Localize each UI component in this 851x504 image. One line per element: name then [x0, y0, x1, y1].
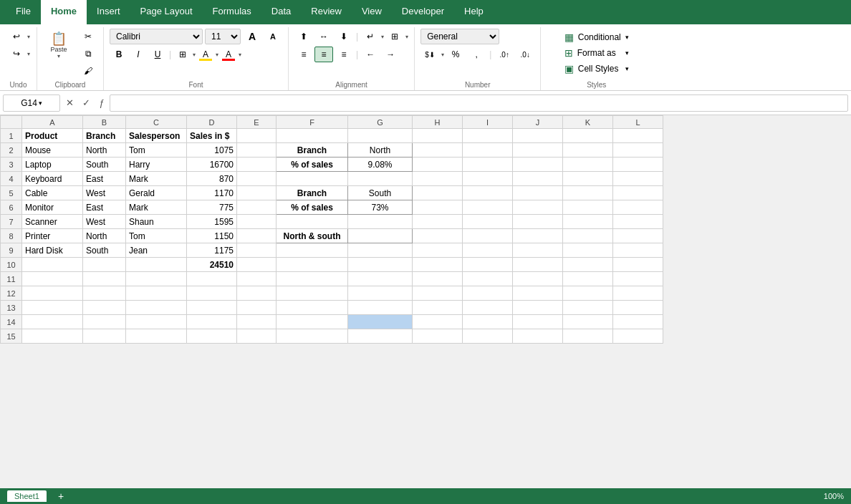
format-as-dropdown-icon[interactable]: ▾ [625, 49, 629, 57]
cell-A14[interactable] [22, 315, 83, 329]
cell-B13[interactable] [83, 301, 126, 315]
cell-B12[interactable] [83, 286, 126, 301]
cell-F13[interactable] [277, 301, 348, 315]
cell-G1[interactable] [348, 129, 413, 143]
cell-J3[interactable] [513, 158, 563, 172]
sheet-tab[interactable]: Sheet1 [7, 490, 47, 502]
cell-D8[interactable]: 1150 [187, 229, 237, 243]
col-header-h[interactable]: H [413, 116, 463, 129]
cell-C13[interactable] [126, 301, 187, 315]
cell-G14[interactable] [348, 315, 413, 329]
cell-C12[interactable] [126, 286, 187, 301]
cell-I8[interactable] [463, 229, 513, 243]
increase-decimal-button[interactable]: .0↑ [495, 47, 514, 62]
redo-dropdown[interactable]: ▾ [27, 51, 30, 57]
paste-dropdown[interactable]: ▾ [57, 53, 60, 59]
italic-button[interactable]: I [129, 47, 148, 62]
cell-C9[interactable]: Jean [126, 243, 187, 258]
cell-H2[interactable] [413, 143, 463, 158]
col-header-g[interactable]: G [348, 116, 413, 129]
cell-I1[interactable] [463, 129, 513, 143]
cell-J9[interactable] [513, 243, 563, 258]
cell-C3[interactable]: Harry [126, 158, 187, 172]
cell-J5[interactable] [513, 186, 563, 200]
cell-A1[interactable]: Product [22, 129, 83, 143]
cell-L3[interactable] [613, 158, 663, 172]
decrease-decimal-button[interactable]: .0↓ [516, 47, 534, 62]
cell-A10[interactable] [22, 258, 83, 272]
cell-H13[interactable] [413, 301, 463, 315]
row-header-14[interactable]: 14 [1, 315, 22, 329]
cell-E5[interactable] [237, 186, 277, 200]
cell-F7[interactable] [277, 215, 348, 229]
cell-H10[interactable] [413, 258, 463, 272]
cell-J14[interactable] [513, 315, 563, 329]
paste-button[interactable]: 📋 Paste ▾ [43, 29, 74, 63]
cell-I14[interactable] [463, 315, 513, 329]
cell-A3[interactable]: Laptop [22, 158, 83, 172]
formula-input[interactable] [110, 94, 848, 112]
cell-B9[interactable]: South [83, 243, 126, 258]
cell-I7[interactable] [463, 215, 513, 229]
cell-D14[interactable] [187, 315, 237, 329]
tab-data[interactable]: Data [261, 0, 301, 24]
percent-button[interactable]: % [446, 47, 465, 62]
row-header-5[interactable]: 5 [1, 186, 22, 200]
merge-dropdown[interactable]: ▾ [405, 34, 408, 40]
tab-view[interactable]: View [352, 0, 392, 24]
row-header-6[interactable]: 6 [1, 200, 22, 215]
row-header-7[interactable]: 7 [1, 215, 22, 229]
cell-L10[interactable] [613, 258, 663, 272]
cell-L9[interactable] [613, 243, 663, 258]
cell-B2[interactable]: North [83, 143, 126, 158]
cut-button[interactable]: ✂ [79, 29, 97, 44]
format-painter-button[interactable]: 🖌 [79, 63, 97, 79]
row-header-9[interactable]: 9 [1, 243, 22, 258]
wrap-text-button[interactable]: ↵ [361, 29, 380, 44]
cell-A6[interactable]: Monitor [22, 200, 83, 215]
cell-B11[interactable] [83, 272, 126, 286]
cell-H8[interactable] [413, 229, 463, 243]
cell-E1[interactable] [237, 129, 277, 143]
cell-A8[interactable]: Printer [22, 229, 83, 243]
cell-G4[interactable] [348, 172, 413, 186]
cell-H4[interactable] [413, 172, 463, 186]
cell-I4[interactable] [463, 172, 513, 186]
comma-button[interactable]: , [467, 47, 486, 62]
cell-I11[interactable] [463, 272, 513, 286]
col-header-j[interactable]: J [513, 116, 563, 129]
tab-home[interactable]: Home [41, 0, 87, 24]
cell-F10[interactable] [277, 258, 348, 272]
font-grow-button[interactable]: A [243, 29, 261, 44]
cell-J12[interactable] [513, 286, 563, 301]
align-middle-button[interactable]: ↔ [314, 29, 333, 44]
cell-E15[interactable] [237, 329, 277, 344]
sheet-scroll-area[interactable]: A B C D E F G H I J K L 1ProductBranchSa… [0, 115, 851, 504]
cell-H14[interactable] [413, 315, 463, 329]
cell-H7[interactable] [413, 215, 463, 229]
cell-L5[interactable] [613, 186, 663, 200]
cell-L12[interactable] [613, 286, 663, 301]
cell-E12[interactable] [237, 286, 277, 301]
cell-L13[interactable] [613, 301, 663, 315]
cell-E9[interactable] [237, 243, 277, 258]
col-header-c[interactable]: C [126, 116, 187, 129]
fill-color-button[interactable]: A [196, 47, 215, 62]
align-center-button[interactable]: ≡ [314, 47, 333, 62]
row-header-4[interactable]: 4 [1, 172, 22, 186]
borders-button[interactable]: ⊞ [173, 47, 192, 62]
cell-A12[interactable] [22, 286, 83, 301]
row-header-3[interactable]: 3 [1, 158, 22, 172]
cell-B8[interactable]: North [83, 229, 126, 243]
row-header-13[interactable]: 13 [1, 301, 22, 315]
cell-J1[interactable] [513, 129, 563, 143]
cell-F11[interactable] [277, 272, 348, 286]
cell-A2[interactable]: Mouse [22, 143, 83, 158]
col-header-f[interactable]: F [277, 116, 348, 129]
cell-K4[interactable] [563, 172, 613, 186]
conditional-format-button[interactable]: ▦ Conditional ▾ [560, 30, 633, 44]
row-header-12[interactable]: 12 [1, 286, 22, 301]
cell-G6[interactable]: 73% [348, 200, 413, 215]
cell-D4[interactable]: 870 [187, 172, 237, 186]
cell-F5[interactable]: Branch [277, 186, 348, 200]
